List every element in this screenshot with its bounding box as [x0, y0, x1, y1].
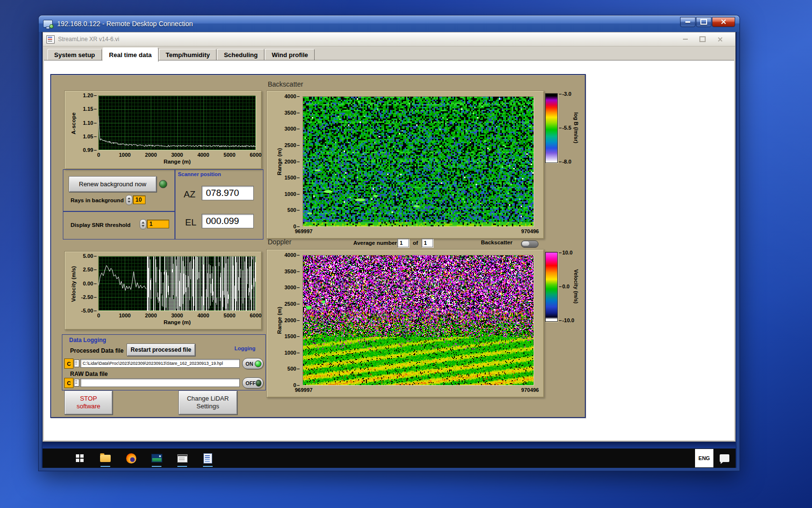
- scan-scheduler-icon[interactable]: [176, 448, 188, 468]
- tick-label: 3000: [284, 126, 300, 132]
- notification-icon[interactable]: [720, 454, 729, 462]
- maximize-button[interactable]: [696, 17, 711, 27]
- snr-value-field[interactable]: 1: [147, 220, 169, 228]
- doppler-colorbar-label: Velocity (m/s): [573, 262, 580, 311]
- tick-label: 0: [90, 152, 107, 158]
- average-total-field[interactable]: 1: [421, 239, 433, 247]
- stop-software-button[interactable]: STOP software: [64, 390, 113, 415]
- processed-drive-letter[interactable]: C: [64, 359, 73, 369]
- streamline-window: StreamLine XR v14-6.vi System setup Real…: [43, 32, 736, 442]
- velocity-graph: Velocity (m/s) 5.002.500.00-2.50-5.00 01…: [64, 251, 262, 330]
- display-app-icon[interactable]: [150, 448, 163, 468]
- restart-processed-file-button[interactable]: Restart processed file: [127, 344, 195, 356]
- stop-line2: software: [76, 403, 100, 410]
- backscatter-y-ticks: 40003500300025002000150010005000: [279, 94, 300, 229]
- app-minimize-button[interactable]: [683, 39, 688, 40]
- raw-logging-toggle[interactable]: OFF: [242, 377, 263, 388]
- tick-label: 5000: [221, 152, 238, 158]
- tick-label: -8.0: [559, 159, 571, 164]
- tick-label: 1500: [284, 334, 300, 339]
- az-label: AZ: [184, 189, 195, 200]
- average-number-field[interactable]: 1: [397, 239, 409, 247]
- snr-spinner[interactable]: [140, 219, 146, 229]
- backscatter-doppler-switch[interactable]: [521, 240, 538, 248]
- scanner-position-group: Scanner position AZ 078.970 EL 000.099: [174, 169, 263, 239]
- velocity-x-ticks: 0100020003000400050006000: [90, 313, 264, 318]
- doppler-plot: [303, 255, 534, 385]
- firefox-icon[interactable]: [125, 448, 137, 468]
- tab-strip: System setup Real time data Temp/humidit…: [43, 47, 735, 60]
- start-icon[interactable]: [73, 448, 86, 468]
- doppler-x-end: 970496: [521, 387, 539, 393]
- tick-label: 2000: [143, 152, 159, 158]
- data-logging-group: Data Logging Processed Data file Restart…: [62, 334, 266, 390]
- rays-value-field[interactable]: 10: [133, 195, 145, 204]
- tick-label: 3000: [169, 152, 185, 158]
- renew-led-indicator: [159, 180, 167, 188]
- change-lidar-settings-button[interactable]: Change LiDAR Settings: [178, 390, 237, 415]
- processed-path-field[interactable]: C:\Lidar\Data\Proc\2023\202309\20230913\…: [80, 359, 240, 368]
- tick-label: -2.50: [81, 295, 97, 300]
- processed-toggle-lamp: [255, 360, 261, 367]
- renew-background-button[interactable]: Renew background now: [69, 176, 157, 192]
- tick-label: 2000: [143, 313, 159, 318]
- ascope-y-ticks: 1.201.151.101.050.99: [78, 93, 97, 153]
- remote-desktop-strip: [43, 442, 736, 448]
- background-group: Renew background now Rays in background …: [63, 169, 175, 211]
- language-indicator[interactable]: ENG: [695, 449, 713, 467]
- app-titlebar[interactable]: StreamLine XR v14-6.vi: [43, 32, 735, 46]
- doppler-colorbar: [545, 252, 558, 322]
- average-number-label: Average number: [353, 240, 397, 246]
- rays-spinner[interactable]: [126, 195, 132, 205]
- processed-path-type-icon[interactable]: [74, 359, 79, 367]
- doppler-colorbar-ticks: 10.00.0-10.0: [559, 250, 574, 323]
- tick-label: 5000: [221, 313, 238, 318]
- processed-logging-toggle[interactable]: ON: [242, 358, 263, 369]
- tick-label: 1.05: [83, 134, 97, 139]
- close-button[interactable]: [712, 17, 735, 27]
- app-restore-button[interactable]: [699, 36, 706, 42]
- change-line2: Settings: [197, 403, 219, 410]
- velocity-x-axis-label: Range (m): [99, 319, 256, 325]
- file-explorer-icon[interactable]: [99, 448, 112, 468]
- rdp-titlebar[interactable]: 192.168.0.122 - Remote Desktop Connectio…: [39, 15, 740, 32]
- processed-toggle-label: ON: [246, 361, 253, 367]
- vi-icon: [46, 35, 55, 44]
- app-close-button[interactable]: [717, 37, 723, 42]
- tick-label: 1.20: [83, 93, 97, 98]
- az-value-field: 078.970: [202, 186, 254, 200]
- tick-label: 1.10: [83, 120, 97, 126]
- tab-real-time-data[interactable]: Real time data: [102, 47, 159, 62]
- raw-path-type-icon[interactable]: [74, 379, 79, 387]
- raw-drive-letter[interactable]: C: [64, 378, 73, 388]
- tick-label: 1500: [284, 175, 300, 180]
- doppler-x-range: 969997 970496: [295, 387, 539, 393]
- raw-path-field[interactable]: [80, 378, 240, 387]
- doppler-title: Doppler: [268, 238, 291, 246]
- tick-label: 5.00: [83, 254, 97, 259]
- ascope-x-ticks: 0100020003000400050006000: [90, 152, 264, 158]
- stop-line1: STOP: [80, 395, 97, 403]
- raw-toggle-lamp: [256, 380, 261, 387]
- snr-group: Display SNR threshold 1: [63, 211, 175, 239]
- minimize-button[interactable]: [680, 17, 696, 27]
- processed-data-file-label: Processed Data file: [70, 347, 124, 354]
- data-logging-title: Data Logging: [69, 337, 106, 344]
- backscatter-x-range: 969997 970496: [295, 228, 539, 234]
- tick-label: 3000: [169, 313, 185, 318]
- tick-label: 4000: [284, 94, 300, 99]
- tick-label: 2000: [284, 159, 300, 164]
- ascope-y-axis-label: A-scope: [70, 99, 77, 148]
- remote-desktop-area: StreamLine XR v14-6.vi System setup Real…: [42, 32, 737, 468]
- tick-label: 2.50: [83, 267, 97, 272]
- tick-label: 10.0: [559, 250, 573, 255]
- doppler-x-start: 969997: [295, 387, 313, 393]
- backscatter-colorbar-ticks: -3.0-5.5-8.0: [559, 91, 571, 164]
- tick-label: 1.15: [83, 106, 97, 112]
- tick-label: 4000: [195, 152, 212, 158]
- desktop: 192.168.0.122 - Remote Desktop Connectio…: [0, 0, 812, 508]
- document-app-icon[interactable]: [202, 448, 214, 468]
- velocity-y-axis-label: Velocity (m/s): [70, 254, 77, 314]
- tick-label: 1000: [284, 350, 300, 356]
- rays-in-background-label: Rays in background: [71, 197, 124, 203]
